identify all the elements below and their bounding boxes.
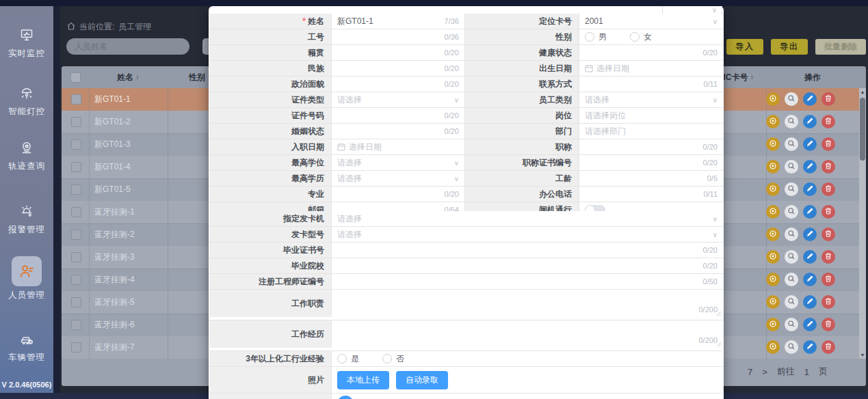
input-political-status[interactable]: 0/20: [332, 77, 465, 92]
row-checkbox[interactable]: [71, 139, 81, 150]
input-attachment[interactable]: +: [332, 394, 723, 399]
row-checkbox[interactable]: [71, 297, 81, 307]
delete-button[interactable]: [821, 273, 835, 286]
row-checkbox[interactable]: [71, 207, 81, 217]
input-department[interactable]: 请选择部门: [579, 124, 723, 139]
input-work-years[interactable]: 0/5: [579, 171, 723, 186]
table-scrollbar[interactable]: ▲ ▼: [859, 88, 866, 359]
edit-button[interactable]: [803, 295, 817, 309]
delete-button[interactable]: [821, 340, 835, 354]
row-checkbox[interactable]: [71, 275, 81, 285]
add-attachment-button[interactable]: +: [337, 396, 354, 399]
edit-button[interactable]: [803, 318, 817, 331]
input-ethnicity[interactable]: 0/20: [332, 61, 465, 76]
input-photo[interactable]: 本地上传自动录取: [332, 367, 723, 393]
input-locate-card[interactable]: 2001∨: [579, 14, 723, 29]
goto-page-value[interactable]: 1: [804, 367, 809, 377]
view-button[interactable]: [785, 182, 798, 196]
view-button[interactable]: [785, 160, 798, 174]
view-button[interactable]: [785, 340, 798, 354]
input-birth-date[interactable]: 选择日期: [579, 61, 723, 76]
radio-option[interactable]: 否: [382, 353, 404, 365]
edit-button[interactable]: [803, 340, 817, 354]
view-button[interactable]: [785, 295, 798, 309]
input-hire-date[interactable]: 选择日期: [332, 139, 465, 154]
input-health-status[interactable]: 0/20: [579, 45, 723, 60]
view-button[interactable]: [785, 228, 798, 241]
delete-button[interactable]: [821, 228, 835, 241]
edit-button[interactable]: [803, 137, 817, 151]
edit-button[interactable]: [803, 182, 817, 196]
sidebar-item-track[interactable]: 轨迹查询: [0, 138, 53, 172]
edit-button[interactable]: [803, 273, 817, 286]
input-native-place[interactable]: 0/20: [332, 45, 465, 60]
card-button[interactable]: [766, 115, 780, 128]
card-button[interactable]: [766, 340, 780, 354]
radio-option[interactable]: 女: [630, 31, 652, 43]
row-checkbox[interactable]: [71, 252, 81, 262]
row-checkbox[interactable]: [71, 117, 81, 127]
input-office-phone[interactable]: 0/11: [579, 187, 723, 202]
sidebar-item-light[interactable]: 智能灯控: [0, 83, 53, 118]
view-button[interactable]: [785, 205, 798, 219]
input-post[interactable]: 请选择岗位: [579, 108, 723, 123]
scrollbar-thumb[interactable]: [860, 98, 865, 161]
delete-button[interactable]: [821, 250, 835, 264]
row-checkbox[interactable]: [71, 230, 81, 240]
delete-button[interactable]: [821, 137, 835, 151]
input-marital-status[interactable]: 0/20: [332, 124, 465, 139]
view-button[interactable]: [785, 137, 798, 151]
card-button[interactable]: [766, 295, 780, 309]
input-id-type[interactable]: 请选择∨: [332, 92, 465, 107]
edit-button[interactable]: [803, 115, 817, 128]
import-button[interactable]: 导入: [726, 39, 763, 55]
view-button[interactable]: [785, 273, 798, 286]
auto-capture-button[interactable]: 自动录取: [396, 371, 448, 389]
input-card-issuer[interactable]: 请选择∨: [332, 211, 723, 226]
edit-button[interactable]: [803, 250, 817, 264]
sort-icon[interactable]: ▲▼: [750, 74, 754, 80]
card-button[interactable]: [766, 160, 780, 174]
radio-option[interactable]: 男: [585, 31, 607, 43]
edit-button[interactable]: [803, 160, 817, 174]
export-button[interactable]: 导出: [771, 39, 808, 55]
page-button-last[interactable]: 7: [748, 367, 752, 377]
edit-button[interactable]: [803, 228, 817, 241]
row-checkbox[interactable]: [71, 184, 81, 195]
input-job-duty[interactable]: 0/200: [332, 290, 723, 320]
input-contact[interactable]: 0/11: [579, 77, 723, 92]
card-button[interactable]: [766, 137, 780, 151]
input-highest-degree[interactable]: 请选择∨: [332, 155, 465, 170]
sidebar-item-monitor[interactable]: 实时监控: [0, 25, 53, 59]
input-id-number[interactable]: 0/20: [332, 108, 465, 123]
column-header-name[interactable]: 姓名▲▼: [89, 66, 168, 88]
view-button[interactable]: [785, 250, 798, 264]
view-button[interactable]: [785, 115, 798, 128]
input-title-cert-no[interactable]: 0/20: [579, 155, 723, 170]
card-button[interactable]: [766, 182, 780, 196]
delete-button[interactable]: [821, 160, 835, 174]
edit-button[interactable]: [803, 205, 817, 219]
card-button[interactable]: [766, 205, 780, 219]
select-all-cell[interactable]: [62, 66, 89, 88]
edit-button[interactable]: [803, 92, 817, 106]
input-card-model[interactable]: 请选择∨: [332, 227, 723, 242]
resize-grip-icon[interactable]: [716, 340, 722, 349]
input-graduate-school[interactable]: 0/20: [332, 258, 723, 273]
card-button[interactable]: [766, 228, 780, 241]
card-button[interactable]: [766, 318, 780, 331]
select-all-checkbox[interactable]: [70, 72, 81, 83]
next-page-button[interactable]: >: [762, 367, 767, 377]
row-checkbox[interactable]: [71, 94, 81, 105]
input-diploma-no[interactable]: 0/20: [332, 243, 723, 258]
card-button[interactable]: [766, 250, 780, 264]
input-highest-education[interactable]: 请选择∨: [332, 171, 465, 186]
delete-button[interactable]: [821, 318, 835, 331]
scroll-down-icon[interactable]: ▼: [859, 353, 866, 357]
row-checkbox[interactable]: [71, 342, 81, 353]
sidebar-item-alarm[interactable]: 报警管理: [0, 202, 53, 236]
card-button[interactable]: [766, 92, 780, 106]
resize-grip-icon[interactable]: [716, 309, 722, 318]
delete-button[interactable]: [821, 182, 835, 196]
input-gender[interactable]: 男女: [579, 29, 723, 44]
